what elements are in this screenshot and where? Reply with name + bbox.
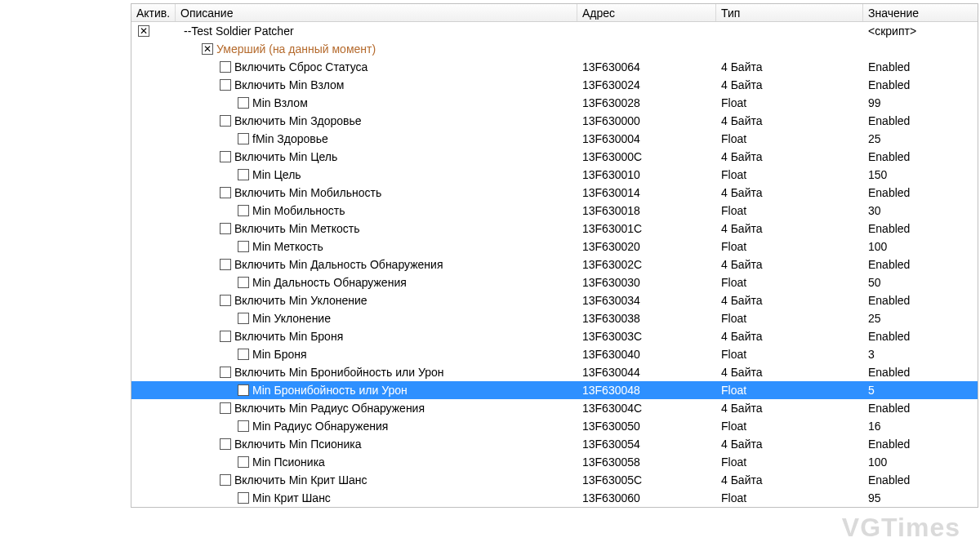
active-cell — [131, 435, 176, 453]
row-checkbox[interactable] — [238, 133, 249, 144]
type-cell: 4 Байта — [716, 112, 863, 130]
type-cell: 4 Байта — [716, 58, 863, 76]
type-cell: 4 Байта — [716, 148, 863, 166]
table-row[interactable]: Min Радиус Обнаружения13F630050Float16 — [131, 417, 978, 435]
table-row[interactable]: Min Мобильность13F630018Float30 — [131, 202, 978, 220]
row-checkbox[interactable] — [238, 384, 249, 396]
type-cell — [716, 40, 863, 58]
description-cell: Min Дальность Обнаружения — [176, 273, 577, 291]
active-checkbox[interactable] — [138, 25, 149, 37]
table-row[interactable]: Включить Min Уклонение13F6300344 БайтаEn… — [131, 291, 978, 309]
row-checkbox[interactable] — [220, 438, 231, 450]
row-checkbox[interactable] — [220, 331, 231, 342]
description-text: Включить Min Цель — [234, 150, 337, 163]
row-checkbox[interactable] — [220, 474, 231, 486]
active-cell — [131, 381, 176, 399]
type-cell: Float — [716, 453, 863, 471]
row-checkbox[interactable] — [238, 97, 249, 109]
active-cell — [131, 220, 176, 238]
table-row[interactable]: Min Броня13F630040Float3 — [131, 345, 978, 363]
address-cell: 13F63001C — [577, 220, 716, 238]
row-checkbox[interactable] — [220, 259, 231, 270]
active-cell — [131, 94, 176, 112]
type-cell: Float — [716, 489, 863, 507]
row-checkbox[interactable] — [220, 187, 231, 198]
row-checkbox[interactable] — [238, 420, 249, 432]
row-checkbox[interactable] — [238, 277, 249, 288]
row-checkbox[interactable] — [238, 456, 249, 468]
type-cell: 4 Байта — [716, 363, 863, 381]
address-cell — [577, 22, 716, 40]
row-checkbox[interactable] — [238, 169, 249, 180]
table-row[interactable]: Min Уклонение13F630038Float25 — [131, 309, 978, 327]
value-cell: 95 — [863, 489, 978, 507]
description-text: Min Меткость — [252, 240, 323, 253]
table-row[interactable]: Min Меткость13F630020Float100 — [131, 238, 978, 256]
header-active[interactable]: Актив. — [131, 4, 176, 21]
header-type[interactable]: Тип — [716, 4, 863, 21]
address-cell: 13F630028 — [577, 94, 716, 112]
table-row[interactable]: Включить Min Псионика13F6300544 БайтаEna… — [131, 435, 978, 453]
header-value[interactable]: Значение — [863, 4, 978, 21]
table-row[interactable]: Включить Сброс Статуса13F6300644 БайтаEn… — [131, 58, 978, 76]
address-list-panel[interactable]: Актив. Описание Адрес Тип Значение --Tes… — [131, 3, 978, 508]
row-checkbox[interactable] — [220, 61, 231, 73]
row-checkbox[interactable] — [220, 79, 231, 91]
table-row[interactable]: Min Псионика13F630058Float100 — [131, 453, 978, 471]
row-checkbox[interactable] — [238, 205, 249, 216]
table-row[interactable]: Включить Min Цель13F63000C4 БайтаEnabled — [131, 148, 978, 166]
description-cell: Включить Min Радиус Обнаружения — [176, 399, 577, 417]
table-row[interactable]: Включить Min Дальность Обнаружения13F630… — [131, 256, 978, 273]
header-description[interactable]: Описание — [176, 4, 577, 21]
row-checkbox[interactable] — [238, 349, 249, 360]
table-row[interactable]: Min Взлом13F630028Float99 — [131, 94, 978, 112]
table-row[interactable]: Включить Min Радиус Обнаружения13F63004C… — [131, 399, 978, 417]
table-row[interactable]: Включить Min Крит Шанс13F63005C4 БайтаEn… — [131, 471, 978, 489]
row-checkbox[interactable] — [220, 367, 231, 378]
value-cell: 99 — [863, 94, 978, 112]
table-row[interactable]: Включить Min Здоровье13F6300004 БайтаEna… — [131, 112, 978, 130]
row-checkbox[interactable] — [238, 313, 249, 324]
table-row[interactable]: fMin Здоровье13F630004Float25 — [131, 130, 978, 148]
address-cell: 13F630014 — [577, 184, 716, 202]
description-cell: Включить Min Меткость — [176, 220, 577, 238]
description-text: Min Мобильность — [252, 204, 345, 217]
row-checkbox[interactable] — [220, 295, 231, 306]
table-row[interactable]: Умерший (на данный момент) — [131, 40, 978, 58]
table-row[interactable]: Включить Min Меткость13F63001C4 БайтаEna… — [131, 220, 978, 238]
address-cell: 13F630050 — [577, 417, 716, 435]
table-row[interactable]: Min Дальность Обнаружения13F630030Float5… — [131, 273, 978, 291]
row-checkbox[interactable] — [238, 241, 249, 252]
row-checkbox[interactable] — [220, 223, 231, 234]
row-checkbox[interactable] — [220, 151, 231, 162]
table-row[interactable]: --Test Soldier Patcher<скрипт> — [131, 22, 978, 40]
active-cell — [131, 345, 176, 363]
row-checkbox[interactable] — [238, 492, 249, 504]
description-text: Min Псионика — [252, 455, 325, 469]
address-cell: 13F630010 — [577, 166, 716, 184]
row-checkbox[interactable] — [220, 115, 231, 127]
row-checkbox[interactable] — [202, 43, 213, 55]
active-cell — [131, 309, 176, 327]
table-row[interactable]: Включить Min Взлом13F6300244 БайтаEnable… — [131, 76, 978, 94]
active-cell — [131, 399, 176, 417]
table-row[interactable]: Включить Min Мобильность13F6300144 Байта… — [131, 184, 978, 202]
address-cell: 13F630024 — [577, 76, 716, 94]
active-cell — [131, 273, 176, 291]
header-address[interactable]: Адрес — [577, 4, 716, 21]
row-checkbox[interactable] — [220, 402, 231, 414]
address-cell: 13F630058 — [577, 453, 716, 471]
table-row[interactable]: Min Цель13F630010Float150 — [131, 166, 978, 184]
active-cell — [131, 22, 176, 40]
description-cell: Min Псионика — [176, 453, 577, 471]
table-row[interactable]: Min Крит Шанс13F630060Float95 — [131, 489, 978, 507]
type-cell: Float — [716, 345, 863, 363]
table-row[interactable]: Включить Min Бронибойность или Урон13F63… — [131, 363, 978, 381]
description-cell: Включить Min Бронибойность или Урон — [176, 363, 577, 381]
description-cell: Min Радиус Обнаружения — [176, 417, 577, 435]
value-cell: Enabled — [863, 148, 978, 166]
table-row[interactable]: Min Бронибойность или Урон13F630048Float… — [131, 381, 978, 399]
table-row[interactable]: Включить Min Броня13F63003C4 БайтаEnable… — [131, 327, 978, 345]
address-cell: 13F63000C — [577, 148, 716, 166]
description-text: Умерший (на данный момент) — [216, 42, 376, 56]
